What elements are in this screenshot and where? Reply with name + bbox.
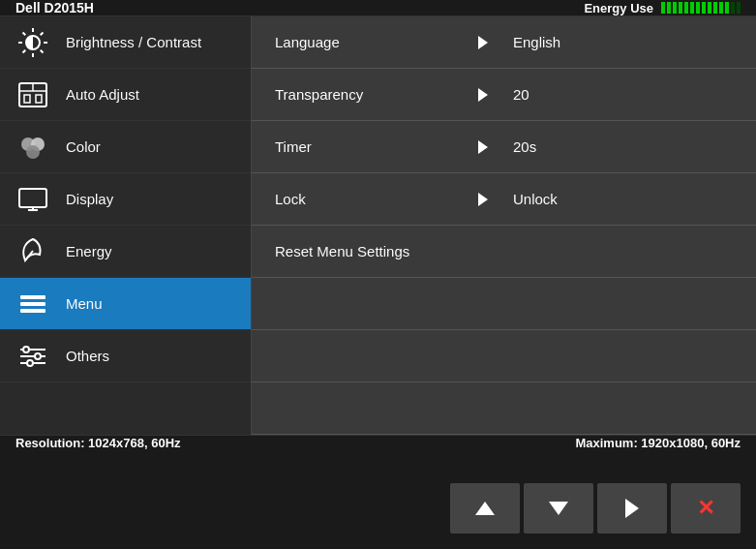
energy-seg-1: [661, 2, 665, 14]
arrow-right-icon: [478, 193, 488, 206]
energy-seg-12: [725, 2, 729, 14]
sidebar-item-auto-adjust[interactable]: Auto Adjust: [0, 69, 251, 121]
sidebar-item-brightness-contrast[interactable]: Brightness / Contrast: [0, 16, 251, 69]
lock-value: Unlock: [513, 191, 558, 207]
menu-row-reset[interactable]: Reset Menu Settings: [252, 226, 756, 278]
transparency-value: 20: [513, 86, 529, 103]
energy-use-section: Energy Use: [584, 1, 741, 15]
energy-seg-14: [737, 2, 741, 14]
auto-adjust-icon: [15, 77, 50, 112]
sidebar-label-color: Color: [66, 138, 101, 155]
menu-row-empty-3: [252, 382, 756, 435]
content-area: Brightness / Contrast Auto Adjust: [0, 16, 756, 435]
brightness-contrast-icon: [15, 25, 50, 60]
sidebar: Brightness / Contrast Auto Adjust: [0, 16, 252, 435]
menu-row-timer[interactable]: Timer 20s: [252, 121, 756, 173]
arrow-right-icon: [478, 140, 488, 154]
nav-right-button[interactable]: [597, 483, 667, 534]
sidebar-label-display: Display: [66, 191, 113, 207]
down-arrow-icon: [549, 502, 568, 515]
resolution-text: Resolution: 1024x768, 60Hz: [15, 436, 181, 450]
energy-seg-11: [719, 2, 723, 14]
svg-point-26: [23, 347, 29, 352]
nav-close-button[interactable]: ✕: [671, 483, 741, 534]
osd-panel: Dell D2015H Energy Use: [0, 0, 756, 416]
energy-seg-2: [667, 2, 671, 14]
svg-rect-21: [20, 302, 45, 306]
sidebar-item-others[interactable]: Others: [0, 330, 251, 382]
language-label: Language: [275, 34, 469, 50]
svg-rect-13: [36, 95, 42, 103]
language-value: English: [513, 34, 560, 50]
energy-seg-7: [696, 2, 700, 14]
menu-row-empty-1: [252, 278, 756, 330]
language-arrow: [469, 36, 498, 49]
svg-line-6: [41, 49, 44, 52]
arrow-right-icon: [478, 36, 488, 49]
color-icon: [15, 130, 50, 165]
lock-arrow: [469, 193, 498, 206]
up-arrow-icon: [475, 502, 495, 515]
svg-rect-12: [24, 95, 30, 103]
nav-down-button[interactable]: [524, 483, 593, 534]
energy-seg-3: [673, 2, 677, 14]
main-content: Language English Transparency 20 Timer: [252, 16, 756, 435]
arrow-right-icon: [478, 88, 488, 102]
maximum-text: Maximum: 1920x1080, 60Hz: [575, 436, 741, 450]
sidebar-label-menu: Menu: [66, 295, 103, 312]
svg-rect-17: [19, 189, 46, 207]
energy-seg-10: [713, 2, 717, 14]
sidebar-label-brightness-contrast: Brightness / Contrast: [66, 34, 201, 50]
lock-label: Lock: [275, 191, 469, 207]
svg-point-27: [35, 353, 41, 359]
svg-point-16: [26, 145, 40, 159]
sidebar-item-display[interactable]: Display: [0, 173, 251, 226]
energy-seg-13: [731, 2, 735, 14]
svg-point-28: [27, 360, 33, 366]
energy-seg-4: [679, 2, 682, 14]
bottom-bar: Resolution: 1024x768, 60Hz Maximum: 1920…: [0, 435, 756, 450]
sidebar-item-color[interactable]: Color: [0, 121, 251, 173]
timer-arrow: [469, 140, 498, 154]
close-x-icon: ✕: [697, 498, 714, 519]
others-icon: [15, 339, 50, 374]
energy-seg-9: [708, 2, 711, 14]
sidebar-item-energy[interactable]: Energy: [0, 226, 251, 278]
reset-label: Reset Menu Settings: [275, 243, 469, 259]
energy-seg-8: [702, 2, 706, 14]
svg-rect-22: [20, 309, 45, 313]
nav-buttons: ✕: [450, 483, 741, 534]
svg-line-7: [41, 32, 44, 35]
timer-value: 20s: [513, 138, 536, 155]
top-bar: Dell D2015H Energy Use: [0, 0, 756, 16]
sidebar-item-menu[interactable]: Menu: [0, 278, 251, 330]
transparency-label: Transparency: [275, 86, 469, 103]
sidebar-label-others: Others: [66, 348, 109, 364]
menu-row-language[interactable]: Language English: [252, 16, 756, 69]
menu-row-empty-2: [252, 330, 756, 382]
energy-icon: [15, 234, 50, 269]
energy-seg-6: [690, 2, 694, 14]
menu-row-lock[interactable]: Lock Unlock: [252, 173, 756, 226]
svg-rect-20: [20, 295, 45, 299]
right-arrow-icon: [625, 499, 639, 518]
sidebar-label-auto-adjust: Auto Adjust: [66, 86, 139, 103]
menu-icon: [15, 287, 50, 321]
menu-row-transparency[interactable]: Transparency 20: [252, 69, 756, 121]
timer-label: Timer: [275, 138, 469, 155]
energy-bar: [661, 2, 741, 14]
display-icon: [15, 182, 50, 217]
svg-line-8: [23, 49, 26, 52]
svg-line-5: [23, 32, 26, 35]
monitor-title: Dell D2015H: [15, 0, 94, 15]
sidebar-label-energy: Energy: [66, 243, 112, 259]
nav-up-button[interactable]: [450, 483, 520, 534]
energy-use-label: Energy Use: [584, 1, 653, 15]
transparency-arrow: [469, 88, 498, 102]
energy-seg-5: [684, 2, 688, 14]
